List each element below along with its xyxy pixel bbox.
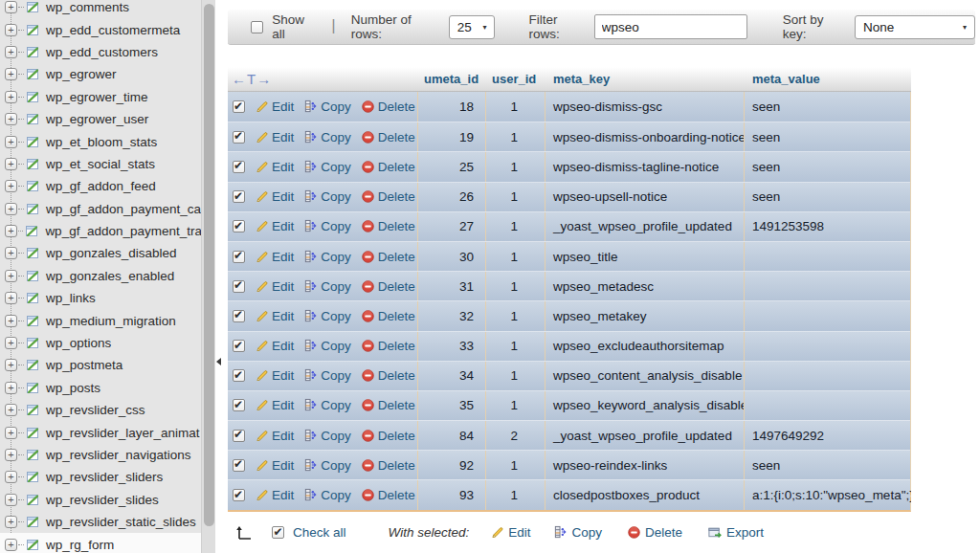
- sidebar-table-item[interactable]: + wp_revslider_layer_animat: [0, 421, 202, 443]
- row-copy-link[interactable]: Copy: [303, 160, 351, 174]
- row-delete-link[interactable]: Delete: [361, 279, 415, 294]
- sidebar-table-item[interactable]: + wp_comments: [0, 0, 202, 18]
- footer-copy-link[interactable]: Copy: [553, 525, 602, 540]
- column-nav-symbol[interactable]: ←T→: [228, 71, 418, 87]
- row-delete-link[interactable]: Delete: [361, 189, 415, 204]
- sidebar-table-item[interactable]: + wp_revslider_css: [0, 399, 202, 421]
- row-edit-link[interactable]: Edit: [255, 189, 294, 204]
- footer-delete-link[interactable]: Delete: [627, 525, 682, 540]
- column-header-meta-value[interactable]: meta_value: [745, 72, 911, 86]
- number-of-rows-select[interactable]: 25 ▾: [449, 15, 496, 39]
- expand-plus-icon[interactable]: +: [5, 180, 17, 192]
- sidebar-table-item[interactable]: + wp_medium_migration: [0, 309, 202, 331]
- row-delete-link[interactable]: Delete: [361, 100, 415, 114]
- expand-plus-icon[interactable]: +: [5, 516, 17, 528]
- row-copy-link[interactable]: Copy: [303, 368, 351, 383]
- row-checkbox[interactable]: [233, 280, 245, 293]
- row-copy-link[interactable]: Copy: [303, 279, 351, 294]
- expand-plus-icon[interactable]: +: [5, 158, 17, 170]
- row-checkbox[interactable]: [233, 489, 245, 501]
- row-edit-link[interactable]: Edit: [255, 368, 294, 383]
- check-all-checkbox[interactable]: [272, 526, 284, 539]
- row-delete-link[interactable]: Delete: [361, 339, 415, 353]
- filter-rows-input[interactable]: [594, 14, 747, 39]
- expand-plus-icon[interactable]: +: [5, 427, 17, 439]
- expand-plus-icon[interactable]: +: [5, 382, 17, 394]
- row-delete-link[interactable]: Delete: [361, 368, 415, 383]
- row-delete-link[interactable]: Delete: [361, 309, 415, 323]
- expand-plus-icon[interactable]: +: [5, 539, 17, 551]
- row-checkbox[interactable]: [233, 430, 245, 442]
- sidebar-table-item[interactable]: + wp_revslider_slides: [0, 489, 202, 511]
- row-delete-link[interactable]: Delete: [361, 250, 415, 264]
- sidebar-table-item[interactable]: + wp_egrower: [0, 63, 202, 85]
- footer-export-link[interactable]: Export: [707, 525, 764, 540]
- row-edit-link[interactable]: Edit: [255, 458, 294, 473]
- row-edit-link[interactable]: Edit: [255, 309, 294, 323]
- sidebar-scrollbar[interactable]: [201, 0, 215, 553]
- row-copy-link[interactable]: Copy: [303, 309, 351, 323]
- row-edit-link[interactable]: Edit: [255, 339, 294, 353]
- row-copy-link[interactable]: Copy: [303, 250, 351, 264]
- sidebar-table-item[interactable]: + wp_revslider_sliders: [0, 466, 202, 488]
- row-copy-link[interactable]: Copy: [303, 398, 351, 412]
- row-copy-link[interactable]: Copy: [303, 339, 351, 353]
- sidebar-table-item[interactable]: + wp_rg_form: [0, 533, 202, 553]
- expand-plus-icon[interactable]: +: [5, 68, 17, 80]
- sidebar-table-item[interactable]: + wp_gonzales_enabled: [0, 265, 202, 287]
- expand-plus-icon[interactable]: +: [5, 46, 17, 58]
- expand-plus-icon[interactable]: +: [5, 203, 17, 215]
- row-delete-link[interactable]: Delete: [361, 219, 415, 233]
- sidebar-table-item[interactable]: + wp_gf_addon_feed: [0, 175, 202, 197]
- row-copy-link[interactable]: Copy: [303, 100, 351, 114]
- row-copy-link[interactable]: Copy: [303, 219, 351, 233]
- expand-plus-icon[interactable]: +: [5, 471, 17, 483]
- sidebar-table-item[interactable]: + wp_edd_customermeta: [0, 18, 202, 40]
- show-all-checkbox[interactable]: [251, 21, 263, 33]
- expand-plus-icon[interactable]: +: [5, 24, 17, 36]
- expand-plus-icon[interactable]: +: [5, 292, 17, 304]
- row-delete-link[interactable]: Delete: [361, 429, 415, 443]
- row-edit-link[interactable]: Edit: [255, 250, 294, 264]
- row-checkbox[interactable]: [233, 190, 245, 203]
- sidebar-table-item[interactable]: + wp_options: [0, 332, 202, 354]
- sidebar-table-item[interactable]: + wp_posts: [0, 377, 202, 399]
- sidebar-scrollbar-thumb[interactable]: [204, 4, 214, 526]
- row-checkbox[interactable]: [233, 161, 245, 173]
- row-copy-link[interactable]: Copy: [303, 189, 351, 204]
- expand-plus-icon[interactable]: +: [5, 337, 17, 349]
- row-delete-link[interactable]: Delete: [361, 488, 415, 502]
- sidebar-table-item[interactable]: + wp_postmeta: [0, 354, 202, 376]
- row-checkbox[interactable]: [233, 459, 245, 472]
- row-copy-link[interactable]: Copy: [303, 488, 351, 502]
- row-delete-link[interactable]: Delete: [361, 130, 415, 144]
- sort-by-key-select[interactable]: None ▾: [855, 15, 975, 39]
- sidebar-table-item[interactable]: + wp_revslider_navigations: [0, 444, 202, 466]
- row-copy-link[interactable]: Copy: [303, 429, 351, 443]
- expand-plus-icon[interactable]: +: [5, 359, 17, 371]
- row-checkbox[interactable]: [233, 369, 245, 382]
- row-delete-link[interactable]: Delete: [361, 160, 415, 174]
- row-copy-link[interactable]: Copy: [303, 458, 351, 473]
- row-checkbox[interactable]: [233, 220, 245, 232]
- row-delete-link[interactable]: Delete: [361, 398, 415, 412]
- expand-plus-icon[interactable]: +: [5, 449, 17, 461]
- sidebar-table-item[interactable]: + wp_egrower_user: [0, 108, 202, 130]
- expand-plus-icon[interactable]: +: [5, 247, 17, 259]
- sidebar-table-item[interactable]: + wp_gf_addon_payment_tra: [0, 220, 202, 242]
- expand-plus-icon[interactable]: +: [5, 315, 17, 327]
- column-header-umeta-id[interactable]: umeta_id: [418, 72, 486, 86]
- row-checkbox[interactable]: [233, 100, 245, 113]
- column-header-meta-key[interactable]: meta_key: [546, 72, 745, 86]
- sidebar-table-item[interactable]: + wp_et_social_stats: [0, 153, 202, 175]
- row-edit-link[interactable]: Edit: [255, 130, 294, 144]
- row-checkbox[interactable]: [233, 131, 245, 144]
- expand-plus-icon[interactable]: +: [5, 1, 17, 13]
- expand-plus-icon[interactable]: +: [5, 404, 17, 416]
- sidebar-table-item[interactable]: + wp_edd_customers: [0, 41, 202, 63]
- sidebar-table-item[interactable]: + wp_revslider_static_slides: [0, 511, 202, 533]
- sidebar-resize-handle-icon[interactable]: [216, 358, 221, 365]
- row-edit-link[interactable]: Edit: [255, 398, 294, 412]
- row-delete-link[interactable]: Delete: [361, 458, 415, 473]
- row-edit-link[interactable]: Edit: [255, 488, 294, 502]
